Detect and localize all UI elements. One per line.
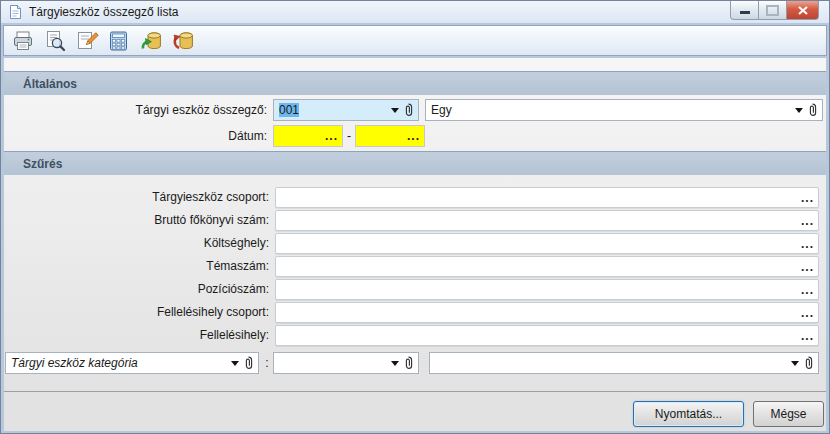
filter-input[interactable]	[276, 214, 797, 228]
filter-input[interactable]	[276, 329, 797, 343]
filter-input-pozicioszam[interactable]: ...	[275, 279, 819, 300]
dropdown-arrow-icon[interactable]	[391, 108, 399, 113]
dropdown-arrow-icon[interactable]	[791, 361, 799, 366]
date-from-ellipsis-button[interactable]: ...	[321, 130, 342, 142]
asset-summary-name-combo[interactable]: Egy	[425, 99, 823, 121]
filter-input-fellelesihely-csoport[interactable]: ...	[275, 302, 819, 323]
print-preview-icon	[43, 29, 67, 53]
close-icon	[798, 6, 808, 15]
print-preview-button[interactable]	[41, 27, 68, 54]
filter-input-targyieszkoz-csoport[interactable]: ...	[275, 187, 819, 208]
window-title: Tárgyieszköz összegző lista	[29, 5, 178, 19]
paperclip-icon[interactable]	[803, 356, 814, 370]
date-from-field[interactable]: ...	[273, 125, 343, 147]
ellipsis-button[interactable]: ...	[797, 284, 818, 296]
category-value-combo[interactable]	[273, 352, 419, 374]
section-header-filter: Szűrés	[4, 151, 826, 175]
ellipsis-button[interactable]: ...	[797, 307, 818, 319]
document-icon	[8, 4, 23, 20]
print-submit-button[interactable]: Nyomtatás...	[633, 401, 744, 427]
maximize-button[interactable]	[759, 1, 786, 20]
filter-input[interactable]	[276, 237, 797, 251]
dropdown-arrow-icon[interactable]	[795, 108, 803, 113]
ellipsis-button[interactable]: ...	[797, 192, 818, 204]
ellipsis-button[interactable]: ...	[797, 238, 818, 250]
filter-input-brutto-fokonyvi-szam[interactable]: ...	[275, 210, 819, 231]
filter-row-label: Tárgyieszköz csoport:	[1, 187, 269, 208]
print-button[interactable]	[9, 27, 36, 54]
dropdown-arrow-icon[interactable]	[231, 361, 239, 366]
asset-summary-combo[interactable]: 001	[273, 99, 419, 121]
printer-icon	[11, 29, 35, 53]
asset-summary-label: Tárgyi eszköz összegző:	[1, 99, 267, 121]
category-combo[interactable]: Tárgyi eszköz kategória	[5, 352, 259, 374]
filter-row-label: Bruttó főkönyvi szám:	[1, 210, 269, 231]
date-to-field[interactable]: ...	[355, 125, 425, 147]
minimize-button[interactable]	[730, 1, 759, 20]
close-button[interactable]	[786, 1, 819, 20]
maximize-icon	[766, 5, 779, 16]
category-combo-value: Tárgyi eszköz kategória	[11, 356, 229, 370]
category-separator: :	[261, 352, 273, 374]
filter-row-label: Fellelésihely csoport:	[1, 302, 269, 323]
filter-input-fellelesihely[interactable]: ...	[275, 325, 819, 346]
filter-row-label: Témaszám:	[1, 256, 269, 277]
filter-input[interactable]	[276, 306, 797, 320]
filter-input[interactable]	[276, 283, 797, 297]
database-export-button[interactable]	[169, 27, 196, 54]
dialog-window: Tárgyieszköz összegző lista	[0, 0, 830, 434]
asset-summary-name-value: Egy	[431, 103, 793, 117]
date-to-input[interactable]	[356, 129, 403, 143]
dropdown-arrow-icon[interactable]	[391, 361, 399, 366]
paperclip-icon[interactable]	[403, 103, 414, 117]
filter-row-label: Pozíciószám:	[1, 279, 269, 300]
date-range-separator: -	[343, 125, 355, 147]
database-green-arrow-icon	[139, 29, 163, 53]
filter-row-label: Fellelésihely:	[1, 325, 269, 346]
section-header-general: Általános	[4, 71, 826, 95]
ellipsis-button[interactable]: ...	[797, 215, 818, 227]
asset-summary-value: 001	[279, 103, 299, 117]
calculator-button[interactable]	[105, 27, 132, 54]
paperclip-icon[interactable]	[403, 356, 414, 370]
date-from-input[interactable]	[274, 129, 321, 143]
date-label: Dátum:	[1, 125, 267, 147]
calculator-icon	[107, 29, 131, 53]
filter-input-koltseghely[interactable]: ...	[275, 233, 819, 254]
title-bar[interactable]: Tárgyieszköz összegző lista	[1, 1, 829, 23]
paperclip-icon[interactable]	[807, 103, 818, 117]
database-import-button[interactable]	[137, 27, 164, 54]
ellipsis-button[interactable]: ...	[797, 330, 818, 342]
date-to-ellipsis-button[interactable]: ...	[403, 130, 424, 142]
filter-input-temaszam[interactable]: ...	[275, 256, 819, 277]
filter-input[interactable]	[276, 191, 797, 205]
edit-pencil-icon	[75, 29, 99, 53]
database-red-arrow-icon	[171, 29, 195, 53]
paperclip-icon[interactable]	[243, 356, 254, 370]
minimize-icon	[740, 11, 750, 14]
window-controls	[730, 1, 819, 20]
toolbar	[3, 25, 827, 56]
filter-input[interactable]	[276, 260, 797, 274]
ellipsis-button[interactable]: ...	[797, 261, 818, 273]
edit-button[interactable]	[73, 27, 100, 54]
cancel-button[interactable]: Mégse	[753, 401, 824, 427]
category-detail-combo[interactable]	[429, 352, 819, 374]
filter-row-label: Költséghely:	[1, 233, 269, 254]
